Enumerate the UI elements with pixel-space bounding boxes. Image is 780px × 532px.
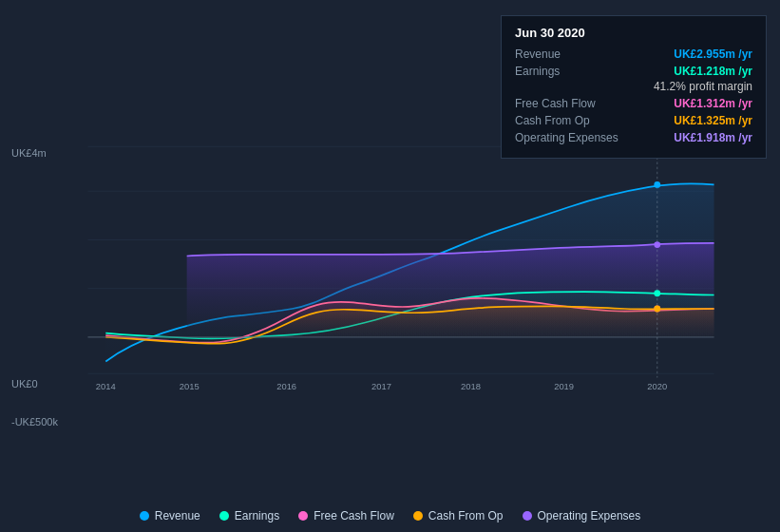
- x-label-2015: 2015: [180, 381, 200, 391]
- legend-label-fcf: Free Cash Flow: [314, 509, 394, 522]
- legend-dot-fcf: [298, 511, 308, 521]
- tooltip-row-fcf: Free Cash Flow UK£1.312m /yr: [515, 97, 752, 110]
- tooltip-profit-margin: 41.2% profit margin: [515, 80, 752, 93]
- legend-opex[interactable]: Operating Expenses: [523, 509, 641, 522]
- opex-dot: [654, 241, 660, 248]
- tooltip-label-opex: Operating Expenses: [515, 131, 629, 144]
- legend-dot-revenue: [140, 511, 149, 521]
- tooltip-value-revenue: UK£2.955m /yr: [674, 48, 752, 61]
- legend-dot-earnings: [219, 511, 229, 521]
- legend-dot-opex: [523, 511, 532, 521]
- tooltip-label-revenue: Revenue: [515, 48, 629, 61]
- x-label-2020: 2020: [647, 381, 667, 391]
- legend-label-cashfromop: Cash From Op: [428, 509, 504, 522]
- earnings-dot: [654, 290, 660, 296]
- tooltip-date: Jun 30 2020: [515, 26, 752, 40]
- chart-legend: Revenue Earnings Free Cash Flow Cash Fro…: [0, 509, 780, 522]
- cfop-dot: [654, 306, 660, 313]
- tooltip-row-earnings: Earnings UK£1.218m /yr: [515, 65, 752, 78]
- tooltip-label-fcf: Free Cash Flow: [515, 97, 629, 110]
- legend-dot-cashfromop: [413, 511, 423, 521]
- tooltip-value-fcf: UK£1.312m /yr: [674, 97, 752, 110]
- tooltip-value-opex: UK£1.918m /yr: [674, 131, 752, 144]
- tooltip-value-earnings: UK£1.218m /yr: [674, 65, 752, 78]
- tooltip-row-revenue: Revenue UK£2.955m /yr: [515, 48, 752, 61]
- tooltip-panel: Jun 30 2020 Revenue UK£2.955m /yr Earnin…: [501, 15, 767, 159]
- tooltip-label-earnings: Earnings: [515, 65, 629, 78]
- tooltip-value-cashfromop: UK£1.325m /yr: [674, 114, 752, 127]
- tooltip-label-cashfromop: Cash From Op: [515, 114, 629, 127]
- legend-earnings[interactable]: Earnings: [219, 509, 279, 522]
- x-label-2016: 2016: [276, 381, 296, 391]
- legend-label-earnings: Earnings: [235, 509, 279, 522]
- x-label-2018: 2018: [461, 381, 481, 391]
- legend-label-revenue: Revenue: [155, 509, 200, 522]
- revenue-dot: [654, 181, 660, 188]
- legend-fcf[interactable]: Free Cash Flow: [298, 509, 394, 522]
- tooltip-row-opex: Operating Expenses UK£1.918m /yr: [515, 131, 752, 144]
- legend-label-opex: Operating Expenses: [538, 509, 641, 522]
- tooltip-row-cashfromop: Cash From Op UK£1.325m /yr: [515, 114, 752, 127]
- legend-revenue[interactable]: Revenue: [140, 509, 200, 522]
- x-label-2014: 2014: [96, 381, 116, 391]
- x-label-2019: 2019: [554, 381, 574, 391]
- chart-svg: 2014 2015 2016 2017 2018 2019 2020: [0, 142, 780, 475]
- x-label-2017: 2017: [371, 381, 391, 391]
- legend-cashfromop[interactable]: Cash From Op: [413, 509, 504, 522]
